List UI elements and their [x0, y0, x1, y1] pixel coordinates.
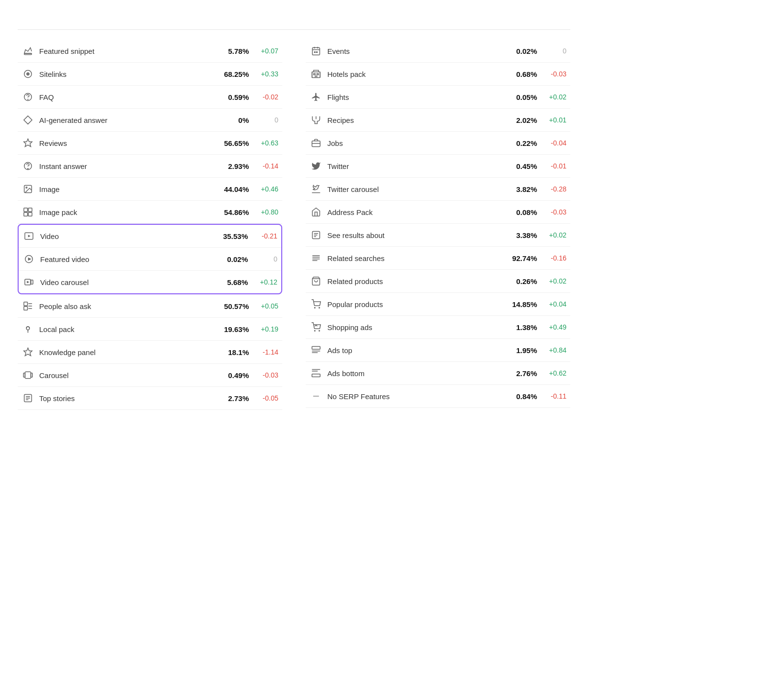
no-serp-icon: [310, 390, 322, 403]
feature-name: Ads bottom: [327, 369, 498, 378]
related-products-icon: [310, 275, 322, 287]
feature-name: Hotels pack: [327, 70, 498, 78]
feature-row: Local pack19.63%+0.19: [18, 318, 282, 341]
feature-delta: +0.62: [542, 369, 566, 377]
feature-row: Reviews56.65%+0.63: [18, 132, 282, 155]
feature-delta: +0.63: [254, 139, 278, 147]
ads-bottom-icon: [310, 367, 322, 380]
svg-rect-39: [312, 347, 320, 350]
feature-delta: +0.07: [254, 47, 278, 55]
people-icon: [22, 300, 34, 312]
feature-percentage: 0.02%: [214, 255, 248, 263]
feature-percentage: 0.45%: [503, 162, 537, 170]
feature-percentage: 0.49%: [215, 371, 249, 380]
feature-row: Image44.04%+0.46: [18, 178, 282, 201]
feature-delta: +0.49: [542, 323, 566, 331]
feature-delta: +0.12: [253, 278, 277, 286]
svg-rect-23: [24, 307, 28, 310]
svg-point-36: [319, 308, 320, 309]
feature-percentage: 5.68%: [214, 278, 248, 286]
feature-percentage: 2.73%: [215, 394, 249, 403]
svg-marker-18: [28, 258, 31, 261]
svg-point-8: [27, 168, 28, 169]
feature-row: Ads bottom2.76%+0.62: [306, 362, 570, 385]
feature-row: Sitelinks68.25%+0.33: [18, 63, 282, 86]
feature-percentage: 0.84%: [503, 392, 537, 401]
feature-percentage: 2.76%: [503, 369, 537, 378]
feature-row: Twitter0.45%-0.01: [306, 155, 570, 178]
feature-row: Jobs0.22%-0.04: [306, 132, 570, 155]
features-grid: Featured snippet5.78%+0.07Sitelinks68.25…: [18, 40, 570, 410]
feature-row: Shopping ads1.38%+0.49: [306, 316, 570, 339]
see-results-icon: [310, 229, 322, 241]
feature-percentage: 0.22%: [503, 139, 537, 147]
svg-rect-30: [313, 48, 320, 55]
feature-delta: -0.16: [542, 254, 566, 262]
feature-name: Sitelinks: [39, 70, 210, 78]
feature-delta: +0.01: [542, 116, 566, 124]
feature-delta: -0.03: [542, 70, 566, 78]
svg-marker-6: [24, 139, 32, 147]
twitter-carousel-icon: [310, 183, 322, 195]
feature-delta: -0.21: [253, 232, 277, 240]
feature-delta: -0.04: [542, 139, 566, 147]
feature-delta: +0.46: [254, 185, 278, 193]
feature-percentage: 1.38%: [503, 323, 537, 332]
feature-percentage: 68.25%: [215, 70, 249, 78]
image-pack-icon: [22, 206, 34, 218]
shopping-ads-icon: [310, 321, 322, 333]
feature-row: Twitter carousel3.82%-0.28: [306, 178, 570, 201]
feature-delta: -0.14: [254, 162, 278, 170]
feature-delta: -0.03: [542, 208, 566, 216]
video-carousel-icon: [23, 276, 35, 288]
feature-row: See results about3.38%+0.02: [306, 224, 570, 247]
svg-rect-28: [31, 373, 32, 377]
feature-name: Shopping ads: [327, 323, 498, 332]
feature-delta: +0.04: [542, 300, 566, 308]
feature-name: Knowledge panel: [39, 348, 210, 357]
feature-row: Related searches92.74%-0.16: [306, 247, 570, 270]
feature-name: FAQ: [39, 93, 210, 101]
feature-name: Flights: [327, 93, 498, 101]
svg-rect-20: [31, 280, 33, 284]
feature-delta: -1.14: [254, 348, 278, 356]
feature-delta: +0.02: [542, 231, 566, 239]
feature-row: Video carousel5.68%+0.12: [19, 271, 281, 293]
svg-marker-25: [24, 348, 32, 356]
feature-name: Featured snippet: [39, 47, 210, 55]
feature-name: Instant answer: [39, 162, 210, 170]
feature-percentage: 3.38%: [503, 231, 537, 239]
crown-icon: [22, 45, 34, 57]
ads-top-icon: [310, 344, 322, 357]
feature-delta: +0.33: [254, 70, 278, 78]
feature-name: See results about: [327, 231, 498, 239]
feature-delta: 0: [253, 255, 277, 263]
hotels-icon: [310, 68, 322, 80]
address-icon: [310, 206, 322, 218]
feature-delta: +0.84: [542, 346, 566, 354]
feature-percentage: 0.26%: [503, 277, 537, 286]
svg-marker-5: [24, 116, 32, 124]
pin-icon: [22, 323, 34, 335]
svg-point-4: [28, 99, 28, 100]
link-icon: [22, 68, 34, 80]
stories-icon: [22, 392, 34, 404]
feature-percentage: 35.53%: [214, 232, 248, 240]
feature-name: No SERP Features: [327, 392, 498, 401]
feature-row: Instant answer2.93%-0.14: [18, 155, 282, 178]
svg-rect-0: [24, 53, 32, 55]
feature-percentage: 2.02%: [503, 116, 537, 124]
feature-percentage: 14.85%: [503, 300, 537, 309]
feature-row: Image pack54.86%+0.80: [18, 201, 282, 224]
feature-name: Twitter: [327, 162, 498, 170]
feature-percentage: 54.86%: [215, 208, 249, 216]
feature-row: Top stories2.73%-0.05: [18, 387, 282, 410]
svg-marker-16: [28, 235, 30, 238]
feature-percentage: 0%: [215, 116, 249, 124]
svg-point-37: [315, 331, 316, 332]
feature-name: Image: [39, 185, 210, 193]
feature-name: AI-generated answer: [39, 116, 210, 124]
feature-name: Address Pack: [327, 208, 498, 216]
feature-name: Recipes: [327, 116, 498, 124]
feature-delta: -0.28: [542, 185, 566, 193]
